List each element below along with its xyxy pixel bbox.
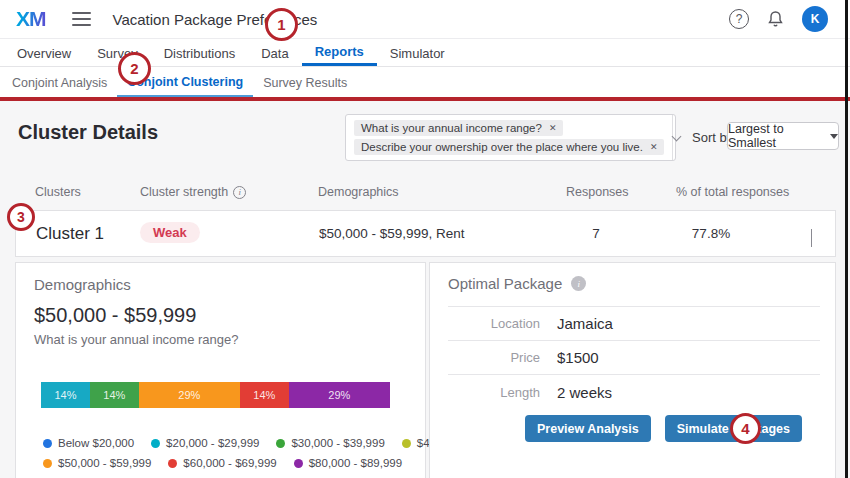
- cluster-responses: 7: [571, 226, 621, 241]
- legend-label: $20,000 - $29,999: [166, 437, 259, 449]
- page-title: Cluster Details: [18, 121, 158, 144]
- column-header-clusters: Clusters: [35, 185, 81, 199]
- bar-segment[interactable]: 14%: [41, 382, 90, 408]
- legend-dot-icon: [43, 439, 52, 448]
- bar-segment[interactable]: 29%: [139, 382, 240, 408]
- legend-label: $50,000 - $59,999: [58, 457, 151, 469]
- attribute-value: Jamaica: [557, 315, 613, 332]
- sort-order-value: Largest to Smallest: [728, 122, 823, 150]
- optimal-package-title: Optimal Package: [448, 275, 562, 292]
- annotation-circle-3: 3: [7, 203, 35, 231]
- screenshot-right-edge: [845, 0, 848, 478]
- info-icon[interactable]: i: [571, 276, 586, 291]
- legend-dot-icon: [43, 459, 52, 468]
- attribute-label: Length: [448, 385, 540, 400]
- legend-item: Below $20,000: [43, 437, 134, 449]
- attribute-row-location: Location Jamaica: [448, 307, 820, 341]
- xm-logo: XM: [16, 7, 46, 31]
- attribute-label: Location: [448, 316, 540, 331]
- legend-label: Below $20,000: [58, 437, 134, 449]
- optimal-package-panel: Optimal Package i Location Jamaica Price…: [429, 262, 836, 478]
- notifications-bell-icon[interactable]: [767, 10, 784, 28]
- legend-item: $20,000 - $29,999: [151, 437, 259, 449]
- bar-segment[interactable]: 14%: [90, 382, 139, 408]
- subtab-survey-results[interactable]: Survey Results: [253, 68, 357, 97]
- annotation-circle-1: 1: [265, 8, 298, 41]
- income-distribution-stacked-bar: 14% 14% 29% 14% 29%: [41, 382, 390, 408]
- cluster-name: Cluster 1: [36, 224, 104, 244]
- annotation-circle-4: 4: [730, 413, 761, 444]
- legend-dot-icon: [151, 439, 160, 448]
- annotation-circle-2: 2: [118, 52, 151, 85]
- column-header-demographics: Demographics: [318, 185, 399, 199]
- tab-overview[interactable]: Overview: [4, 40, 84, 66]
- demographics-top-value: $50,000 - $59,999: [34, 304, 196, 327]
- help-icon[interactable]: ?: [729, 9, 749, 29]
- tab-reports[interactable]: Reports: [302, 40, 377, 66]
- hamburger-menu-icon[interactable]: [72, 12, 91, 26]
- annotation-red-line: [0, 97, 850, 101]
- attribute-row-price: Price $1500: [448, 341, 820, 375]
- cluster-details-page: Cluster Details What is your annual inco…: [0, 101, 850, 478]
- legend-dot-icon: [276, 439, 285, 448]
- attribute-row-length: Length 2 weeks: [448, 375, 820, 409]
- optimal-package-attributes: Location Jamaica Price $1500 Length 2 we…: [448, 306, 820, 409]
- attribute-value: 2 weeks: [557, 384, 612, 401]
- info-icon[interactable]: i: [233, 186, 246, 199]
- cluster-pct-total: 77.8%: [671, 226, 751, 241]
- legend-dot-icon: [294, 459, 303, 468]
- filter-chip-label: Describe your ownership over the place w…: [361, 141, 643, 153]
- remove-chip-icon[interactable]: ✕: [650, 142, 658, 152]
- demographics-filter-select[interactable]: What is your annual income range? ✕ Desc…: [345, 114, 676, 161]
- subtab-conjoint-analysis[interactable]: Conjoint Analysis: [2, 68, 117, 97]
- cluster-demographics: $50,000 - $59,999, Rent: [319, 226, 465, 241]
- tab-data[interactable]: Data: [248, 40, 301, 66]
- user-avatar[interactable]: K: [802, 6, 828, 32]
- legend-label: $60,000 - $69,999: [183, 457, 276, 469]
- preview-analysis-button[interactable]: Preview Analysis: [525, 415, 651, 442]
- demographics-question: What is your annual income range?: [34, 332, 239, 347]
- demographics-panel-title: Demographics: [34, 276, 131, 293]
- attribute-value: $1500: [557, 349, 599, 366]
- cluster-strength-badge: Weak: [140, 222, 200, 243]
- column-header-label: Cluster strength: [140, 185, 228, 199]
- app-header: XM Vacation Package Preferences ? K: [0, 0, 850, 39]
- legend-label: $30,000 - $39,999: [291, 437, 384, 449]
- column-header-pct-total: % of total responses: [676, 185, 789, 199]
- legend-label: $80,000 - $89,999: [309, 457, 402, 469]
- legend-item: $60,000 - $69,999: [168, 457, 276, 469]
- tab-distributions[interactable]: Distributions: [151, 40, 249, 66]
- attribute-label: Price: [448, 350, 540, 365]
- legend-dot-icon: [402, 439, 411, 448]
- sort-order-dropdown[interactable]: Largest to Smallest: [727, 122, 839, 150]
- column-header-cluster-strength: Cluster strength i: [140, 185, 246, 199]
- filter-dropdown-toggle[interactable]: [672, 115, 680, 160]
- caret-down-icon: [830, 134, 838, 139]
- bar-segment[interactable]: 29%: [289, 382, 390, 408]
- remove-chip-icon[interactable]: ✕: [549, 123, 557, 133]
- chevron-down-icon: [672, 131, 682, 141]
- legend-dot-icon: [168, 459, 177, 468]
- filter-chip-label: What is your annual income range?: [361, 122, 542, 134]
- legend-item: $30,000 - $39,999: [276, 437, 384, 449]
- column-header-responses: Responses: [566, 185, 629, 199]
- bar-segment[interactable]: 14%: [240, 382, 289, 408]
- table-row-cluster-1[interactable]: Cluster 1 Weak $50,000 - $59,999, Rent 7…: [15, 210, 836, 257]
- legend-item: $50,000 - $59,999: [43, 457, 151, 469]
- tab-simulator[interactable]: Simulator: [377, 40, 458, 66]
- filter-chip[interactable]: Describe your ownership over the place w…: [354, 139, 664, 155]
- collapse-row-chevron-icon[interactable]: [811, 229, 812, 247]
- filter-chip[interactable]: What is your annual income range? ✕: [354, 120, 563, 136]
- legend-item: $80,000 - $89,999: [294, 457, 402, 469]
- demographics-panel: Demographics $50,000 - $59,999 What is y…: [15, 262, 426, 478]
